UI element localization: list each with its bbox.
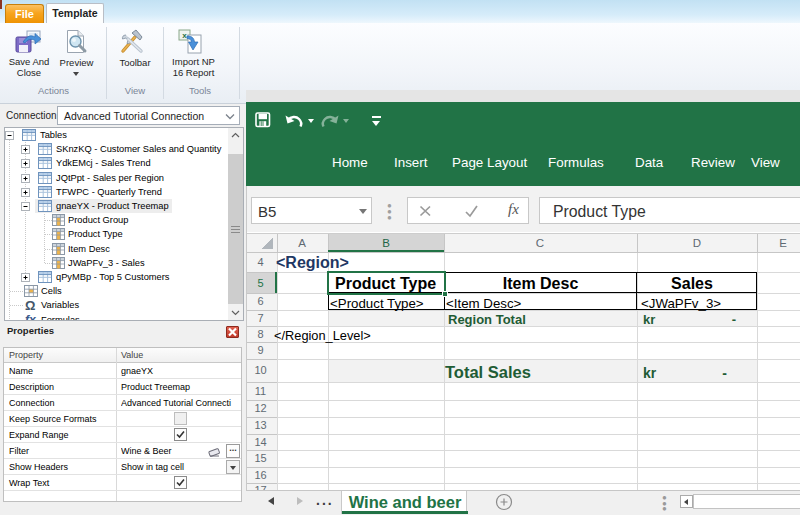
svg-text:9: 9 (257, 344, 263, 356)
svg-text:A: A (298, 237, 306, 249)
svg-text:D: D (693, 237, 701, 249)
svg-text:5: 5 (257, 277, 263, 289)
svg-text:8: 8 (257, 328, 263, 340)
svg-text:B: B (382, 237, 390, 249)
svg-text:14: 14 (254, 436, 266, 448)
svg-text:11: 11 (255, 385, 266, 397)
svg-text:10: 10 (254, 364, 266, 376)
svg-text:15: 15 (254, 452, 266, 464)
svg-text:12: 12 (254, 402, 266, 414)
svg-text:E: E (779, 237, 787, 249)
svg-text:6: 6 (257, 295, 263, 307)
svg-text:C: C (536, 237, 544, 249)
svg-text:4: 4 (257, 256, 263, 268)
svg-text:x: x (182, 31, 187, 40)
svg-text:13: 13 (254, 419, 266, 431)
svg-text:16: 16 (254, 469, 266, 481)
svg-text:7: 7 (257, 312, 263, 324)
